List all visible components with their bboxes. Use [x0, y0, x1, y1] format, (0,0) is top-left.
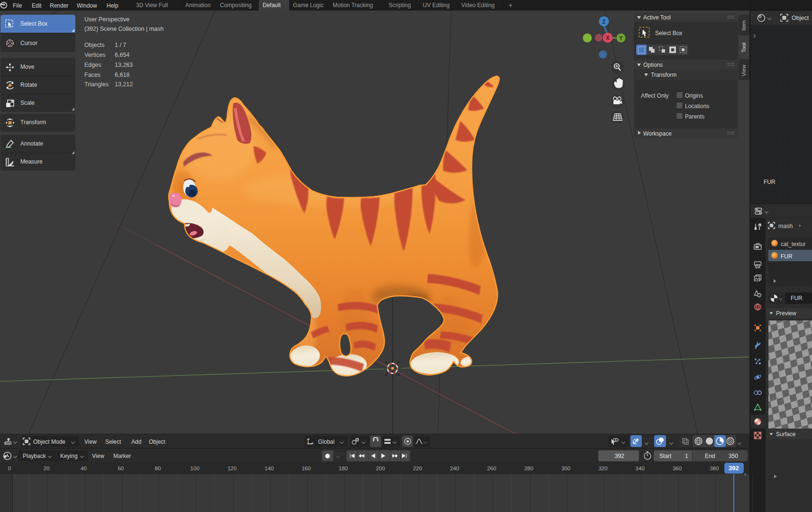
svg-text:Y: Y [619, 35, 623, 42]
svg-text:Z: Z [602, 18, 605, 25]
svg-text:X: X [606, 35, 610, 41]
